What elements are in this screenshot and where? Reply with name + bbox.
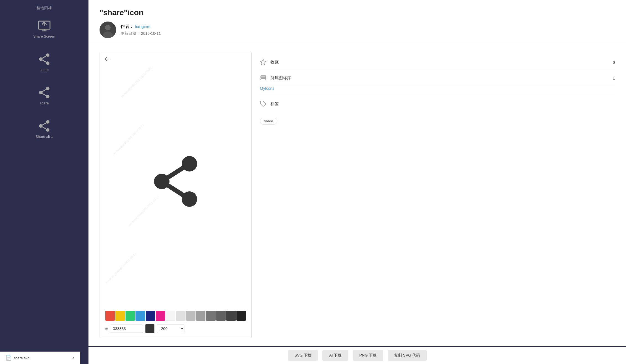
ai-download-button[interactable]: AI 下载 [322, 350, 348, 361]
svg-point-2 [39, 57, 43, 61]
author-name[interactable]: lianginet [135, 24, 150, 29]
svg-rect-27 [261, 79, 266, 80]
color-gray6[interactable] [216, 311, 226, 321]
share-screen-icon [37, 19, 51, 33]
icon-display [100, 52, 251, 311]
svg-line-14 [42, 127, 46, 129]
size-select[interactable]: 200 100 64 48 32 16 [157, 324, 184, 333]
hex-row: # 200 100 64 48 32 16 [105, 324, 246, 333]
svg-rect-25 [261, 76, 266, 77]
svg-marker-24 [260, 59, 266, 65]
library-row: 所属图标库 1 [260, 70, 615, 86]
author-label: 作者： lianginet [121, 24, 161, 30]
main-share-icon [148, 154, 203, 209]
sidebar-item-label-share-alt1: Share alt 1 [36, 134, 53, 139]
svg-download-button[interactable]: SVG 下载 [288, 350, 318, 361]
update-date: 更新日期： 2016-10-11 [121, 31, 161, 36]
svg-point-7 [39, 91, 43, 94]
color-gray8[interactable] [236, 311, 246, 321]
sidebar-title: 精选图标 [36, 6, 52, 10]
collect-row: 收藏 6 [260, 54, 615, 70]
filename: share.svg [14, 356, 29, 360]
svg-line-4 [42, 60, 46, 62]
back-button[interactable] [104, 56, 110, 64]
star-icon [260, 59, 267, 65]
preview-section: ex-huangjinting001-2021-03-21 ex-huangji… [88, 43, 626, 346]
tag-list: share [260, 118, 277, 125]
sidebar-item-share1[interactable]: share [0, 49, 88, 75]
file-icon: 📄 [6, 355, 12, 361]
avatar [100, 22, 116, 38]
page-title: "share"icon [100, 8, 615, 17]
svg-point-12 [39, 124, 43, 128]
tag-share[interactable]: share [260, 118, 277, 125]
library-icon [260, 75, 267, 81]
color-gray5[interactable] [206, 311, 215, 321]
author-row: 作者： lianginet 更新日期： 2016-10-11 [100, 22, 615, 38]
icon-preview-box: ex-huangjinting001-2021-03-21 ex-huangji… [100, 52, 252, 338]
svg-line-5 [42, 56, 46, 58]
color-blue[interactable] [135, 311, 145, 321]
svg-point-6 [46, 87, 49, 90]
file-bar-name: 📄 share.svg [6, 355, 29, 361]
file-bar: 📄 share.svg ∧ [0, 352, 80, 364]
png-download-button[interactable]: PNG 下载 [353, 350, 383, 361]
chevron-up-icon[interactable]: ∧ [72, 356, 75, 360]
color-gray7[interactable] [226, 311, 236, 321]
collect-count: 6 [613, 60, 615, 65]
author-info: 作者： lianginet 更新日期： 2016-10-11 [121, 24, 161, 36]
share-alt1-icon [37, 119, 51, 133]
library-link-row: MyIcons [260, 86, 615, 95]
color-gray3[interactable] [186, 311, 195, 321]
copy-svg-button[interactable]: 复制 SVG 代码 [388, 350, 427, 361]
svg-line-22 [162, 164, 189, 181]
share1-icon [37, 52, 51, 66]
hex-hash: # [105, 326, 108, 331]
svg-point-13 [46, 128, 49, 132]
svg-point-3 [46, 61, 49, 65]
svg-point-8 [46, 95, 49, 98]
avatar-image [100, 22, 116, 38]
svg-line-9 [42, 93, 46, 96]
content-area: "share"icon 作者： lianginet [88, 0, 626, 364]
color-gray4[interactable] [196, 311, 205, 321]
sidebar-item-share2[interactable]: share [0, 83, 88, 108]
color-yellow[interactable] [115, 311, 125, 321]
tags-section: 标签 share [260, 95, 615, 129]
color-section: # 200 100 64 48 32 16 [100, 311, 251, 338]
sidebar-item-share-alt1[interactable]: Share alt 1 [0, 116, 88, 141]
svg-point-1 [46, 53, 49, 57]
color-preview [145, 324, 155, 333]
color-gray2[interactable] [176, 311, 185, 321]
collect-label: 收藏 [270, 60, 609, 65]
sidebar-item-label-share-screen: Share Screen [33, 34, 55, 38]
sidebar-item-share-screen[interactable]: Share Screen [0, 16, 88, 41]
tags-label: 标签 [270, 101, 279, 107]
share2-icon [37, 86, 51, 99]
vivid-palette [105, 311, 246, 321]
content-header: "share"icon 作者： lianginet [88, 0, 626, 43]
tags-header: 标签 [260, 101, 279, 107]
svg-rect-26 [261, 77, 266, 78]
color-pink[interactable] [156, 311, 165, 321]
author-prefix: 作者： [121, 24, 134, 29]
svg-point-17 [105, 25, 111, 30]
library-link[interactable]: MyIcons [260, 86, 274, 91]
svg-point-11 [46, 120, 49, 124]
color-gray1[interactable] [166, 311, 175, 321]
svg-line-10 [42, 89, 46, 92]
sidebar-item-label-share2: share [40, 101, 49, 105]
svg-line-15 [42, 123, 46, 125]
library-label: 所属图标库 [270, 75, 609, 81]
bottom-bar: SVG 下载 AI 下载 PNG 下载 复制 SVG 代码 [88, 346, 626, 364]
color-red[interactable] [105, 311, 115, 321]
color-darkblue[interactable] [146, 311, 155, 321]
svg-line-23 [162, 181, 189, 199]
library-count: 1 [613, 76, 615, 80]
right-panel: 收藏 6 所属图标库 1 MyIcons [260, 52, 615, 338]
hex-input[interactable] [110, 325, 143, 333]
tag-icon [260, 101, 267, 107]
sidebar: 精选图标 Share Screen share [0, 0, 88, 364]
sidebar-item-label-share1: share [40, 68, 49, 72]
color-green[interactable] [126, 311, 135, 321]
